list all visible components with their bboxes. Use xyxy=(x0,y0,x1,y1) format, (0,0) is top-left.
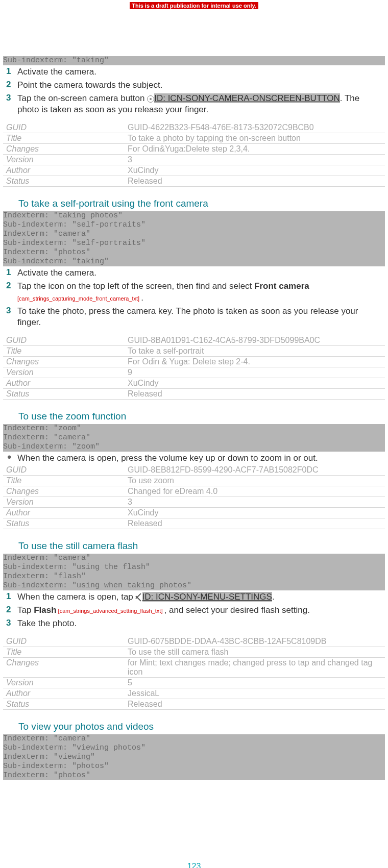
section-heading: To use the still camera flash xyxy=(18,540,385,552)
table-row: TitleTo use zoom xyxy=(3,475,385,486)
step-number: 3 xyxy=(3,618,17,629)
table-row: Version3 xyxy=(3,497,385,507)
meta-label: Changes xyxy=(3,144,126,155)
meta-label: Author xyxy=(3,688,126,699)
indexterm-block: Indexterm: "taking photos" Sub-indexterm… xyxy=(3,211,385,266)
meta-label: Changes xyxy=(3,658,126,678)
table-row: AuthorJessicaL xyxy=(3,688,385,699)
meta-label: GUID xyxy=(3,335,126,346)
meta-value: To take a photo by tapping the on-screen… xyxy=(126,133,385,144)
meta-label: GUID xyxy=(3,465,126,476)
indexterm-block: Sub-indexterm: "taking" xyxy=(3,56,385,65)
step: 2 Tap the icon on the top left of the sc… xyxy=(3,280,385,304)
indexterm-block: Indexterm: "camera" Sub-indexterm: "view… xyxy=(3,734,385,780)
meta-label: Version xyxy=(3,497,126,507)
step-number: 1 xyxy=(3,267,17,279)
meta-label: Author xyxy=(3,378,126,388)
step-number: 2 xyxy=(3,80,17,91)
table-row: Version9 xyxy=(3,367,385,378)
meta-value: GUID-6075BDDE-DDAA-43BC-8CBB-12AF5C8109D… xyxy=(126,636,385,647)
meta-value: JessicaL xyxy=(126,688,385,699)
table-row: ChangesFor Odin&Yuga:Delete step 2,3,4. xyxy=(3,144,385,155)
table-row: StatusReleased xyxy=(3,699,385,710)
step: 1 When the camera is open, tap ID: ICN-S… xyxy=(3,590,385,604)
icon-id: ID: ICN-SONY-MENU-SETTINGS xyxy=(142,592,272,602)
step-number: 1 xyxy=(3,591,17,603)
text: Tap the icon on the top left of the scre… xyxy=(17,281,254,291)
meta-value: Released xyxy=(126,176,385,187)
step: 3 Take the photo. xyxy=(3,617,385,630)
meta-value: Released xyxy=(126,388,385,399)
meta-value: 3 xyxy=(126,497,385,507)
table-row: AuthorXuCindy xyxy=(3,507,385,518)
meta-label: Title xyxy=(3,133,126,144)
meta-value: GUID-4622B323-F548-476E-8173-532072C9BCB… xyxy=(126,122,385,133)
indexterm-block: Indexterm: "camera" Sub-indexterm: "usin… xyxy=(3,554,385,590)
meta-table: GUIDGUID-6075BDDE-DDAA-43BC-8CBB-12AF5C8… xyxy=(3,636,385,710)
step-text: Tap Flash [cam_strings_advanced_setting_… xyxy=(17,605,385,616)
page-footer: 123 This is an Internet version of this … xyxy=(0,862,388,868)
step-text: Tap the icon on the top left of the scre… xyxy=(17,281,385,303)
meta-table: GUIDGUID-8BA01D91-C162-4CA5-8799-3DFD509… xyxy=(3,335,385,400)
table-row: AuthorXuCindy xyxy=(3,378,385,388)
meta-value: Released xyxy=(126,518,385,529)
step: 1 Activate the camera. xyxy=(3,266,385,280)
meta-label: Changes xyxy=(3,486,126,497)
meta-value: GUID-8EB812FD-8599-4290-ACF7-7AB15082F0D… xyxy=(126,465,385,476)
table-row: ChangesChanged for eDream 4.0 xyxy=(3,486,385,497)
step-text: Activate the camera. xyxy=(17,66,385,78)
step-text: Activate the camera. xyxy=(17,267,385,279)
meta-label: Title xyxy=(3,475,126,486)
meta-label: Version xyxy=(3,155,126,165)
meta-label: GUID xyxy=(3,122,126,133)
page-number: 123 xyxy=(0,862,388,868)
table-row: StatusReleased xyxy=(3,176,385,187)
step: 2 Point the camera towards the subject. xyxy=(3,79,385,92)
text: Tap xyxy=(17,605,34,615)
meta-value: GUID-8BA01D91-C162-4CA5-8799-3DFD5099BA0… xyxy=(126,335,385,346)
meta-value: XuCindy xyxy=(126,165,385,176)
step: 3 To take the photo, press the camera ke… xyxy=(3,305,385,329)
meta-value: To use zoom xyxy=(126,475,385,486)
text: . xyxy=(272,592,275,602)
camera-button-icon xyxy=(147,95,154,103)
meta-label: Author xyxy=(3,165,126,176)
table-row: GUIDGUID-6075BDDE-DDAA-43BC-8CBB-12AF5C8… xyxy=(3,636,385,647)
indexterm-block: Indexterm: "zoom" Indexterm: "camera" Su… xyxy=(3,424,385,452)
draft-banner: This is a draft publication for internal… xyxy=(130,2,258,9)
text: When the camera is open, tap xyxy=(17,592,136,602)
step-number: 2 xyxy=(3,605,17,616)
meta-label: GUID xyxy=(3,636,126,647)
meta-label: Status xyxy=(3,699,126,710)
meta-value: For Odin & Yuga: Delete step 2-4. xyxy=(126,356,385,367)
meta-label: Version xyxy=(3,678,126,688)
string-tag: [cam_strings_advanced_setting_flash_txt] xyxy=(57,608,164,614)
meta-table: GUIDGUID-8EB812FD-8599-4290-ACF7-7AB1508… xyxy=(3,465,385,529)
draft-banner-wrap: This is a draft publication for internal… xyxy=(0,0,388,10)
menu-settings-icon xyxy=(136,594,142,601)
table-row: Changesfor Mint; text changes made; chan… xyxy=(3,658,385,678)
meta-table: GUIDGUID-4622B323-F548-476E-8173-532072C… xyxy=(3,122,385,187)
step-text: When the camera is open, press the volum… xyxy=(17,453,385,464)
string-tag: [cam_strings_capturing_mode_front_camera… xyxy=(17,295,141,302)
step-number: 3 xyxy=(3,306,17,328)
table-row: TitleTo use the still camera flash xyxy=(3,647,385,658)
meta-value: XuCindy xyxy=(126,378,385,388)
meta-label: Version xyxy=(3,367,126,378)
meta-label: Status xyxy=(3,518,126,529)
meta-value: 3 xyxy=(126,155,385,165)
table-row: ChangesFor Odin & Yuga: Delete step 2-4. xyxy=(3,356,385,367)
ui-label: Front camera xyxy=(254,281,309,291)
step: 1 Activate the camera. xyxy=(3,65,385,79)
text: , and select your desired flash setting. xyxy=(164,605,310,615)
section-heading: To view your photos and videos xyxy=(18,721,385,732)
table-row: StatusReleased xyxy=(3,388,385,399)
section-heading: To use the zoom function xyxy=(18,411,385,422)
step-text: Tap the on-screen camera button ID: ICN-… xyxy=(17,93,385,115)
steps-a: 1 Activate the camera. 2 Point the camer… xyxy=(3,65,385,116)
text: . xyxy=(141,293,143,303)
ui-label: Flash xyxy=(34,605,56,615)
meta-label: Author xyxy=(3,507,126,518)
meta-label: Changes xyxy=(3,356,126,367)
meta-value: for Mint; text changes made; changed pre… xyxy=(126,658,385,678)
